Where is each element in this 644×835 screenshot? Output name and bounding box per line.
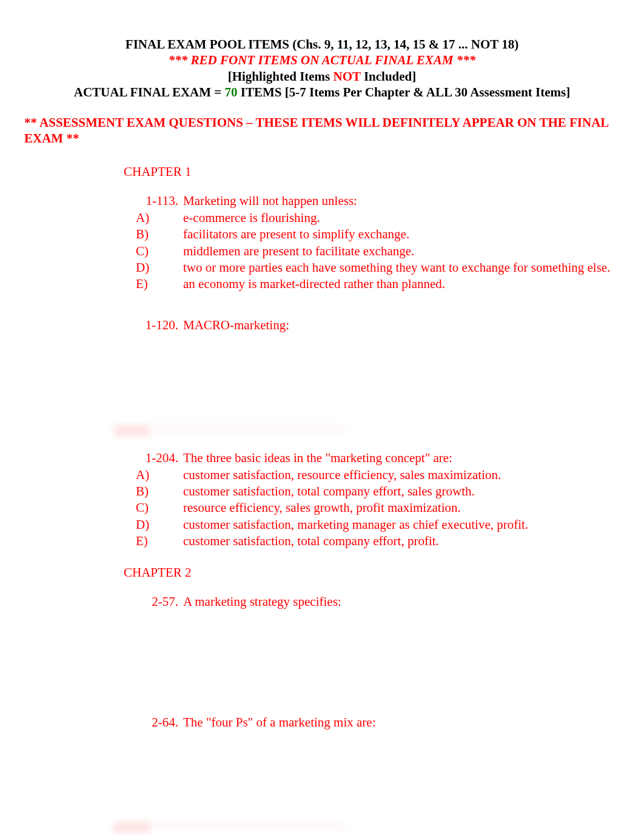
question-2-57: 2-57. A marketing strategy specifies: xyxy=(24,594,620,609)
option-label: D) xyxy=(136,517,154,532)
document-header: FINAL EXAM POOL ITEMS (Chs. 9, 11, 12, 1… xyxy=(24,36,620,100)
option-label: C) xyxy=(136,500,154,515)
option-text: customer satisfaction, marketing manager… xyxy=(183,517,528,532)
header-line4: ACTUAL FINAL EXAM = 70 ITEMS [5-7 Items … xyxy=(24,84,620,100)
question-stem-text: The "four Ps" of a marketing mix are: xyxy=(183,714,375,730)
option-label: B) xyxy=(136,226,154,242)
option-text: customer satisfaction, total company eff… xyxy=(183,483,475,499)
question-number: 1-120. xyxy=(136,317,178,333)
header-line1: FINAL EXAM POOL ITEMS (Chs. 9, 11, 12, 1… xyxy=(24,36,620,52)
option-text: an economy is market-directed rather tha… xyxy=(183,276,445,292)
question-1-120: 1-120. MACRO-marketing: xyxy=(24,317,620,333)
option-d: D)customer satisfaction, marketing manag… xyxy=(136,517,620,532)
option-b: B)facilitators are present to simplify e… xyxy=(136,226,620,242)
assessment-notice: ** ASSESSMENT EXAM QUESTIONS – THESE ITE… xyxy=(24,115,620,147)
option-text: customer satisfaction, resource efficien… xyxy=(183,467,501,483)
question-stem-text: The three basic ideas in the "marketing … xyxy=(183,450,452,466)
header-line4-suffix: ITEMS [5-7 Items Per Chapter & ALL 30 As… xyxy=(238,85,571,99)
option-e: E)customer satisfaction, total company e… xyxy=(136,533,620,549)
question-stem-text: Marketing will not happen unless: xyxy=(183,193,357,209)
option-text: e-commerce is flourishing. xyxy=(183,210,320,226)
question-number: 2-57. xyxy=(136,594,178,609)
blurred-region xyxy=(24,737,620,835)
question-1-204: 1-204. The three basic ideas in the "mar… xyxy=(24,450,620,549)
blurred-region xyxy=(24,341,620,450)
option-e: E)an economy is market-directed rather t… xyxy=(136,276,620,292)
header-line4-count: 70 xyxy=(225,85,238,99)
question-number: 2-64. xyxy=(136,714,178,730)
option-text: customer satisfaction, total company eff… xyxy=(183,533,439,549)
header-line3-suffix: Included] xyxy=(361,69,417,84)
header-line4-prefix: ACTUAL FINAL EXAM = xyxy=(74,85,225,99)
question-stem-text: A marketing strategy specifies: xyxy=(183,594,341,609)
question-1-113: 1-113. Marketing will not happen unless:… xyxy=(24,193,620,292)
header-line3: [Highlighted Items NOT Included] xyxy=(24,69,620,84)
question-stem-text: MACRO-marketing: xyxy=(183,317,289,333)
option-d: D)two or more parties each have somethin… xyxy=(136,260,620,275)
question-2-64: 2-64. The "four Ps" of a marketing mix a… xyxy=(24,714,620,730)
option-a: A)customer satisfaction, resource effici… xyxy=(136,467,620,483)
header-line2: *** RED FONT ITEMS ON ACTUAL FINAL EXAM … xyxy=(24,52,620,68)
option-label: B) xyxy=(136,483,154,499)
header-line3-not: NOT xyxy=(334,69,361,84)
option-text: middlemen are present to facilitate exch… xyxy=(183,243,414,259)
option-c: C)middlemen are present to facilitate ex… xyxy=(136,243,620,259)
chapter-2-heading: CHAPTER 2 xyxy=(24,565,620,580)
option-text: resource efficiency, sales growth, profi… xyxy=(183,500,461,515)
option-label: E) xyxy=(136,276,154,292)
option-label: A) xyxy=(136,467,154,483)
option-text: two or more parties each have something … xyxy=(183,260,610,275)
option-label: C) xyxy=(136,243,154,259)
header-line3-prefix: [Highlighted Items xyxy=(228,69,334,84)
option-text: facilitators are present to simplify exc… xyxy=(183,226,409,242)
option-a: A)e-commerce is flourishing. xyxy=(136,210,620,226)
option-c: C)resource efficiency, sales growth, pro… xyxy=(136,500,620,515)
option-label: A) xyxy=(136,210,154,226)
option-label: E) xyxy=(136,533,154,549)
option-b: B)customer satisfaction, total company e… xyxy=(136,483,620,499)
question-number: 1-204. xyxy=(136,450,178,466)
option-label: D) xyxy=(136,260,154,275)
question-number: 1-113. xyxy=(136,193,178,209)
chapter-1-heading: CHAPTER 1 xyxy=(24,164,620,179)
